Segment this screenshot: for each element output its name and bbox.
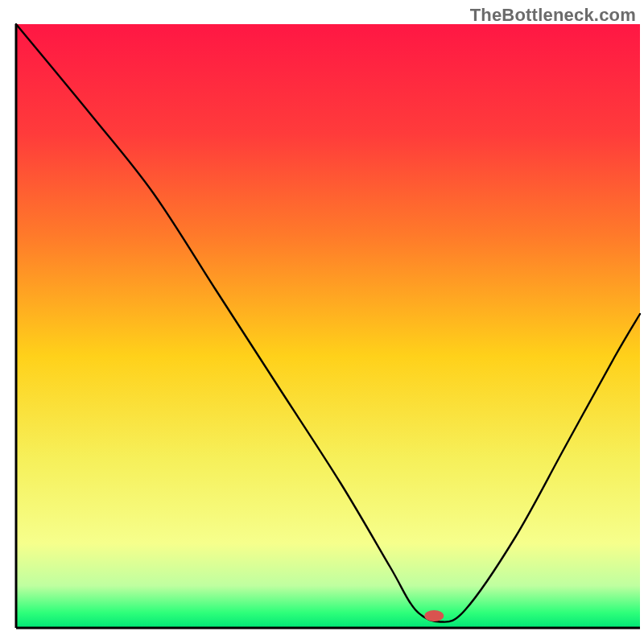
- chart-plot-area: [16, 24, 640, 628]
- bottleneck-chart: [0, 0, 644, 644]
- optimal-point-marker: [424, 610, 444, 621]
- watermark-text: TheBottleneck.com: [470, 5, 636, 26]
